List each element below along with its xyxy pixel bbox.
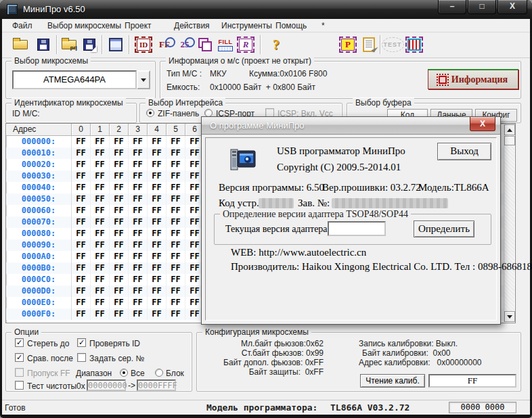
hex-cell[interactable]: FF: [110, 239, 129, 251]
hex-cell[interactable]: FF: [167, 308, 185, 320]
dialog-title-bar[interactable]: О программе МиниПро: [202, 117, 500, 135]
verify-after-checkbox[interactable]: [15, 353, 24, 362]
scroll-down-button[interactable]: [504, 311, 515, 322]
hex-cell[interactable]: FF: [72, 147, 91, 159]
hex-cell[interactable]: FF: [110, 308, 129, 320]
adapter-version-input[interactable]: [328, 221, 386, 236]
test-button[interactable]: TEST: [383, 35, 402, 54]
menu-project[interactable]: Проект: [125, 21, 152, 30]
hex-cell[interactable]: FF: [129, 228, 148, 239]
open-file-button[interactable]: [11, 35, 30, 54]
blank-check-label[interactable]: Тест чистоты: [27, 381, 76, 391]
web-link[interactable]: WEB: http://www.autoelectric.cn: [231, 247, 366, 258]
menu-actions[interactable]: Действия: [174, 21, 210, 30]
hex-cell[interactable]: FF: [91, 136, 110, 147]
hex-cell[interactable]: FF: [167, 239, 185, 251]
hex-cell[interactable]: FF: [148, 274, 167, 285]
check-id-label[interactable]: Проверять ID: [89, 339, 140, 348]
hex-cell[interactable]: FF: [167, 136, 185, 147]
erase-before-checkbox[interactable]: [15, 338, 24, 347]
hex-cell[interactable]: FF: [110, 297, 129, 308]
hex-cell[interactable]: FF: [167, 193, 185, 205]
set-serial-checkbox[interactable]: [77, 353, 86, 362]
hex-cell[interactable]: FF: [91, 147, 110, 159]
hex-cell[interactable]: FF: [72, 274, 91, 285]
menu-star[interactable]: *: [322, 21, 325, 30]
chip-id-button[interactable]: ID: [134, 35, 153, 54]
hex-cell[interactable]: FF: [72, 170, 91, 182]
hex-cell[interactable]: FF: [129, 159, 148, 170]
exit-button[interactable]: Выход: [437, 143, 491, 160]
hex-cell[interactable]: FF: [110, 274, 129, 285]
maximize-button[interactable]: □: [468, 0, 496, 14]
hex-cell[interactable]: FF: [148, 228, 167, 239]
hex-cell[interactable]: FF: [167, 297, 185, 308]
device-button[interactable]: [106, 35, 125, 54]
chip-read-button[interactable]: R: [236, 35, 255, 54]
range-all-label[interactable]: Все: [131, 369, 145, 378]
hex-cell[interactable]: FF: [91, 205, 110, 216]
zif-radio-label[interactable]: ZIF-панель: [158, 109, 199, 118]
hex-cell[interactable]: FF: [91, 182, 110, 193]
hex-cell[interactable]: FF: [167, 285, 185, 297]
hex-cell[interactable]: FF: [72, 182, 91, 193]
hex-cell[interactable]: FF: [91, 262, 110, 274]
hex-cell[interactable]: FF: [167, 251, 185, 262]
hex-cell[interactable]: FF: [110, 205, 129, 216]
hex-cell[interactable]: FF: [72, 193, 91, 205]
hex-cell[interactable]: FF: [110, 147, 129, 159]
zif-radio[interactable]: [146, 109, 154, 117]
hex-cell[interactable]: FF: [167, 159, 185, 170]
help-button[interactable]: ?: [267, 35, 286, 54]
verify-button[interactable]: FF: [155, 35, 174, 54]
hex-cell[interactable]: FF: [72, 297, 91, 308]
hex-cell[interactable]: FF: [72, 159, 91, 170]
hex-cell[interactable]: FF: [110, 136, 129, 147]
blank-check-checkbox[interactable]: [15, 381, 24, 390]
range-all-radio[interactable]: [120, 369, 128, 377]
hex-cell[interactable]: FF: [167, 182, 185, 193]
hex-cell[interactable]: FF: [129, 205, 148, 216]
hex-cell[interactable]: FF: [129, 147, 148, 159]
hex-cell[interactable]: FF: [129, 239, 148, 251]
check-id-checkbox[interactable]: [77, 338, 86, 347]
hex-cell[interactable]: FF: [110, 170, 129, 182]
hex-cell[interactable]: FF: [148, 251, 167, 262]
hex-cell[interactable]: FF: [129, 251, 148, 262]
title-bar[interactable]: МиниПро v6.50 – □ X: [0, 0, 532, 19]
icsp-button[interactable]: [405, 35, 424, 54]
hex-cell[interactable]: FF: [129, 262, 148, 274]
copy-buffer-button[interactable]: [196, 35, 215, 54]
hex-cell[interactable]: FF: [72, 216, 91, 228]
scroll-up-button[interactable]: [504, 124, 515, 135]
menu-help[interactable]: Помощь: [275, 21, 307, 30]
hex-cell[interactable]: FF: [110, 285, 129, 297]
hex-cell[interactable]: FF: [148, 308, 167, 320]
range-block-label[interactable]: Блок: [166, 369, 184, 378]
fill-buffer-button[interactable]: FILL: [216, 35, 235, 54]
chip-select-dropdown-button[interactable]: [137, 70, 150, 89]
range-block-radio[interactable]: [155, 369, 163, 377]
close-button[interactable]: X: [497, 0, 527, 14]
search-button[interactable]: 25: [175, 35, 194, 54]
information-button[interactable]: Информация: [428, 69, 518, 89]
hex-cell[interactable]: FF: [148, 182, 167, 193]
hex-cell[interactable]: FF: [72, 308, 91, 320]
hex-cell[interactable]: FF: [129, 308, 148, 320]
hex-cell[interactable]: FF: [129, 297, 148, 308]
hex-cell[interactable]: FF: [148, 285, 167, 297]
hex-cell[interactable]: FF: [167, 216, 185, 228]
save-project-button[interactable]: [80, 35, 99, 54]
hex-cell[interactable]: FF: [148, 297, 167, 308]
hex-cell[interactable]: FF: [129, 136, 148, 147]
hex-cell[interactable]: FF: [129, 170, 148, 182]
hex-cell[interactable]: FF: [110, 182, 129, 193]
edit-buffer-button[interactable]: [359, 35, 378, 54]
hex-cell[interactable]: FF: [148, 147, 167, 159]
dialog-close-button[interactable]: X: [470, 117, 495, 131]
program-button[interactable]: P: [338, 35, 357, 54]
hex-cell[interactable]: FF: [129, 193, 148, 205]
hex-cell[interactable]: FF: [72, 239, 91, 251]
read-calibration-button[interactable]: Чтение калиб.: [360, 374, 425, 388]
hex-cell[interactable]: FF: [129, 285, 148, 297]
